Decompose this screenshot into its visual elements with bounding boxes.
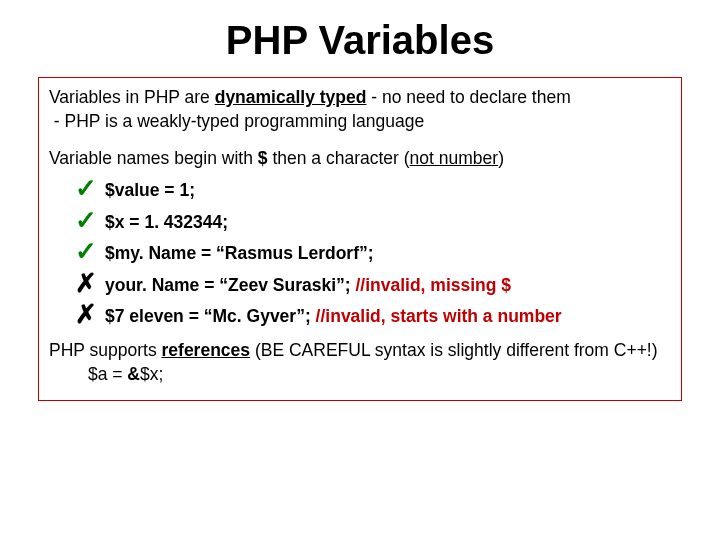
check-icon: ✓	[75, 177, 105, 199]
list-item: ✓ $x = 1. 432344;	[75, 209, 671, 235]
cross-icon: ✗	[75, 272, 105, 294]
cross-icon: ✗	[75, 303, 105, 325]
item-text: $7 eleven = “Mc. Gyver”; //invalid, star…	[105, 303, 562, 329]
paragraph-2: Variable names begin with $ then a chara…	[49, 147, 671, 171]
comment-text: //invalid, missing $	[355, 275, 511, 295]
paragraph-1: Variables in PHP are dynamically typed -…	[49, 86, 671, 133]
text: $	[258, 148, 268, 168]
item-text: $my. Name = “Rasmus Lerdorf”;	[105, 240, 374, 266]
text: $7 eleven = “Mc. Gyver”;	[105, 306, 316, 326]
underline-text: references	[162, 340, 251, 360]
example-list: ✓ $value = 1; ✓ $x = 1. 432344; ✓ $my. N…	[49, 177, 671, 329]
list-item: ✗ $7 eleven = “Mc. Gyver”; //invalid, st…	[75, 303, 671, 329]
list-item: ✓ $value = 1;	[75, 177, 671, 203]
text: )	[498, 148, 504, 168]
text: $x;	[140, 364, 163, 384]
text: &	[127, 364, 140, 384]
paragraph-3: PHP supports references (BE CAREFUL synt…	[49, 339, 671, 386]
content-box: Variables in PHP are dynamically typed -…	[38, 77, 682, 401]
item-text: your. Name = “Zeev Suraski”; //invalid, …	[105, 272, 511, 298]
text: then a character (	[268, 148, 410, 168]
text: Variables in PHP are	[49, 87, 215, 107]
item-text: $x = 1. 432344;	[105, 209, 228, 235]
check-icon: ✓	[75, 240, 105, 262]
check-icon: ✓	[75, 209, 105, 231]
underline-text: dynamically typed	[215, 87, 367, 107]
item-text: $value = 1;	[105, 177, 195, 203]
list-item: ✗ your. Name = “Zeev Suraski”; //invalid…	[75, 272, 671, 298]
text: - PHP is a weakly-typed programming lang…	[49, 111, 424, 131]
text: (BE CAREFUL syntax is slightly different…	[250, 340, 658, 360]
text: $a =	[49, 364, 127, 384]
comment-text: //invalid, starts with a number	[316, 306, 562, 326]
text: - no need to declare them	[366, 87, 570, 107]
text: your. Name = “Zeev Suraski”;	[105, 275, 355, 295]
slide: PHP Variables Variables in PHP are dynam…	[0, 0, 720, 540]
underline-text: not number	[410, 148, 499, 168]
slide-title: PHP Variables	[0, 18, 720, 63]
text: PHP supports	[49, 340, 162, 360]
text: Variable names begin with	[49, 148, 258, 168]
list-item: ✓ $my. Name = “Rasmus Lerdorf”;	[75, 240, 671, 266]
